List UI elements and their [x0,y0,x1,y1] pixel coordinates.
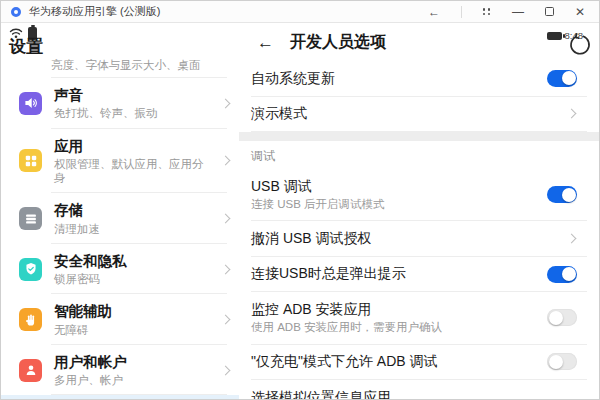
window-titlebar: 华为移动应用引擎 (公测版) ← — ✕ [1,1,599,23]
app-grid-icon [19,149,42,172]
window-menu-icon[interactable] [483,8,491,15]
sidebar-item-title: 用户和帐户 [54,353,214,371]
window-back-button[interactable]: ← [428,6,440,18]
minimize-button[interactable]: — [512,6,524,18]
sidebar-item-subtitle: 多用户、帐户 [54,373,214,387]
chevron-right-icon [221,156,231,166]
titlebar-divider [461,6,462,18]
sidebar-list: 亮度、字体与显示大小、桌面 声音 免打扰、铃声、振动 应用 权限管理、默认应用、… [1,56,239,399]
row-subtitle: 连接 USB 后开启调试模式 [251,198,535,212]
settings-row[interactable]: 监控 ADB 安装应用 使用 ADB 安装应用时，需要用户确认 [251,292,587,344]
sidebar-item-phone[interactable]: 系统 系统导航方式、关于手机、语言和输入法、日期和时间 [1,395,239,399]
sidebar-item-title: 安全和隐私 [54,252,214,270]
sidebar-item-shield[interactable]: 安全和隐私 锁屏密码 [1,244,239,295]
sidebar-item-subtitle: 清理加速 [54,222,214,236]
settings-row[interactable]: 撤消 USB 调试授权 [251,221,587,257]
row-title: USB 调试 [251,178,535,196]
toggle-switch[interactable] [547,186,577,203]
sidebar-item-title: 存储 [54,201,214,219]
row-title: 演示模式 [251,105,560,123]
settings-sidebar: 设置 亮度、字体与显示大小、桌面 声音 免打扰、铃声、振动 应用 权限管理、默认… [1,23,239,399]
sidebar-item-title: 应用 [54,137,214,155]
sidebar-item-user[interactable]: 用户和帐户 多用户、帐户 [1,345,239,396]
settings-row[interactable]: 自动系统更新 [251,61,587,97]
row-title: 自动系统更新 [251,70,535,88]
speaker-icon [19,92,42,115]
settings-row[interactable]: USB 调试 连接 USB 后开启调试模式 [251,169,587,221]
row-title: 连接USB时总是弹出提示 [251,265,535,283]
sidebar-item-title: 智能辅助 [54,302,214,320]
chevron-right-icon [221,264,231,274]
chevron-right-icon [221,214,231,224]
panel-header: ← 开发人员选项 8:48 [239,23,599,61]
page-title: 开发人员选项 [290,32,386,53]
sidebar-item-title: 声音 [54,86,214,104]
sidebar-item-display-partial[interactable]: 亮度、字体与显示大小、桌面 [1,56,239,78]
settings-row[interactable]: "仅充电"模式下允许 ADB 调试 [251,345,587,381]
sidebar-item-subtitle: 锁屏密码 [54,272,214,286]
app-logo-icon [11,7,21,17]
sidebar-item-app-grid[interactable]: 应用 权限管理、默认应用、应用分身 [1,129,239,194]
section-divider [239,132,599,141]
maximize-button[interactable] [545,7,554,16]
row-subtitle: 使用 ADB 安装应用时，需要用户确认 [251,321,535,335]
main-list: 自动系统更新 演示模式 调试 USB 调试 连接 USB 后开启调试模式 撤消 … [239,61,599,399]
row-title: 选择模拟位置信息应用 [251,389,560,399]
rotate-icon [567,33,591,57]
hand-icon [19,308,42,331]
close-button[interactable]: ✕ [575,6,585,18]
back-arrow-icon[interactable]: ← [257,34,274,51]
settings-row[interactable]: 连接USB时总是弹出提示 [251,257,587,293]
storage-icon [19,207,42,230]
chevron-right-icon [221,98,231,108]
shield-icon [19,258,42,281]
chevron-right-icon [567,234,577,244]
sidebar-item-subtitle: 无障碍 [54,323,214,337]
sidebar-item-storage[interactable]: 存储 清理加速 [1,193,239,244]
chevron-right-icon [221,365,231,375]
developer-options-panel: ← 开发人员选项 8:48 自动系统更新 演示模式 [239,23,599,399]
sidebar-item-hand[interactable]: 智能辅助 无障碍 [1,294,239,345]
app-window: 华为移动应用引擎 (公测版) ← — ✕ 设置 亮度 [0,0,600,400]
sidebar-item-subtitle: 亮度、字体与显示大小、桌面 [51,58,201,73]
sidebar-header: 设置 [1,23,239,56]
sidebar-item-speaker[interactable]: 声音 免打扰、铃声、振动 [1,78,239,129]
sidebar-item-subtitle: 权限管理、默认应用、应用分身 [54,157,214,186]
battery-icon [547,32,562,40]
settings-row[interactable]: 演示模式 [251,97,587,133]
toggle-switch[interactable] [547,353,577,370]
user-icon [19,359,42,382]
window-title: 华为移动应用引擎 (公测版) [29,4,160,19]
toggle-switch[interactable] [547,266,577,283]
row-title: 撤消 USB 调试授权 [251,230,560,248]
toggle-switch[interactable] [547,309,577,326]
row-title: "仅充电"模式下允许 ADB 调试 [251,353,535,371]
chevron-right-icon [221,315,231,325]
section-label: 调试 [239,141,599,169]
chevron-right-icon [567,109,577,119]
sidebar-item-subtitle: 免打扰、铃声、振动 [54,106,214,120]
row-title: 监控 ADB 安装应用 [251,301,535,319]
settings-row[interactable]: 选择模拟位置信息应用 未设置 [251,380,587,399]
settings-title: 设置 [9,35,43,58]
toggle-switch[interactable] [547,70,577,87]
